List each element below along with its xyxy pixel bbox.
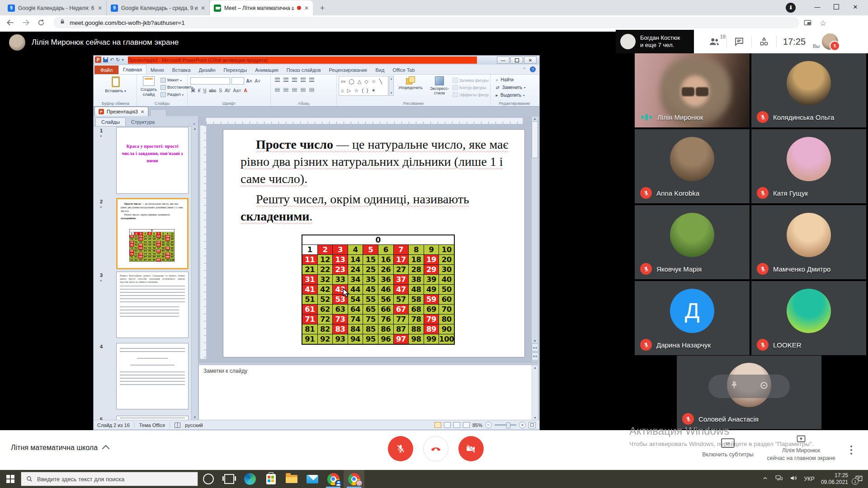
spellcheck-icon[interactable] [175, 422, 180, 428]
bold-icon[interactable]: Ж [190, 88, 196, 93]
zoom-in-button[interactable]: + [519, 422, 526, 428]
cortana-button[interactable] [198, 470, 219, 488]
indent-decrease-icon[interactable] [292, 78, 297, 82]
tab-close-icon[interactable]: ✕ [201, 5, 205, 11]
self-view[interactable]: Вы [813, 33, 838, 50]
chat-button[interactable] [727, 36, 751, 47]
tray-expand-icon[interactable] [762, 475, 769, 483]
arrange-button[interactable]: Упорядочить [396, 76, 425, 90]
url-field[interactable]: meet.google.com/bci-wofh-jkb?authuser=1 [53, 17, 799, 28]
ribbon-tab-главная[interactable]: Главная [118, 65, 146, 74]
grow-font-icon[interactable]: A˄ [245, 79, 253, 84]
browser-tab[interactable]: Meet – Літня математична ш✕ [210, 0, 313, 15]
quick-styles-button[interactable]: Экспресс-стили [425, 76, 453, 95]
font-name-select[interactable] [190, 77, 230, 84]
help-icon[interactable]: ? [530, 66, 536, 72]
participant-tile[interactable]: Лілія Миронюк [635, 53, 750, 127]
participant-tile[interactable]: Anna Korobka [635, 129, 750, 203]
shadow-icon[interactable]: S [218, 88, 223, 93]
paste-button[interactable]: Вставить ▾ [94, 76, 137, 94]
thumbnail[interactable]: Краса у простоті: прості числа і завданн… [116, 127, 189, 194]
zoom-slider-thumb[interactable] [506, 422, 510, 428]
fit-to-window-button[interactable] [528, 422, 536, 428]
tab-close-icon[interactable]: ✕ [304, 5, 309, 11]
ribbon-tab-переходы[interactable]: Переходы [220, 66, 251, 74]
ribbon-tab-рецензирование[interactable]: Рецензирование [325, 66, 372, 74]
indent-increase-icon[interactable] [301, 78, 306, 82]
thumbnail-selected[interactable]: Просте число — це натуральне число, яке … [116, 198, 189, 269]
ppt-title-bar[interactable]: P ↶ ↻ ▾ Презентація3 - Microsoft PowerPo… [94, 56, 539, 65]
participant-tile[interactable]: LOOKER [751, 281, 866, 355]
save-icon[interactable] [103, 57, 108, 62]
chrome-profile2-button[interactable] [344, 470, 364, 488]
tab-slides[interactable]: Слайды [95, 117, 126, 126]
ribbon-tab-file[interactable]: Файл [94, 66, 118, 74]
volume-icon[interactable] [789, 474, 797, 484]
collapse-panel-icon[interactable]: « [190, 122, 198, 126]
shapes-gallery[interactable]: ▭ ◯ △ ◇ ☆ ╲⌂ ▷ ☆ ( ) ✶ [339, 76, 388, 96]
media-controls-button[interactable]: ⬇ [786, 3, 796, 13]
columns-icon[interactable] [309, 88, 314, 92]
ribbon-tab-office-tab[interactable]: Office Tab [388, 66, 419, 74]
shapes-gallery-scrollbar[interactable]: ▲▼ [389, 76, 394, 96]
notes-pane[interactable]: Заметки к слайду ▲ ▼ [198, 365, 538, 421]
ppt-restore-button[interactable] [510, 56, 523, 64]
reload-button[interactable] [36, 18, 46, 28]
activities-button[interactable] [752, 36, 776, 47]
sorter-view-button[interactable] [444, 422, 451, 428]
change-case-icon[interactable]: Aa˅ [232, 88, 242, 93]
underline-icon[interactable]: Ч [203, 88, 207, 93]
edge-button[interactable] [240, 470, 260, 488]
notes-scrollbar[interactable]: ▲ ▼ [532, 365, 538, 420]
collapse-ribbon-icon[interactable]: ⌃ [523, 67, 526, 72]
numbering-icon[interactable] [283, 78, 288, 82]
window-close-button[interactable]: ✕ [846, 0, 864, 14]
taskbar-clock[interactable]: 17:25 09.06.2021 [821, 472, 848, 486]
spacing-icon[interactable]: AV [224, 88, 231, 93]
italic-icon[interactable]: К [197, 88, 201, 93]
align-center-icon[interactable] [283, 88, 288, 92]
align-right-icon[interactable] [292, 88, 297, 92]
meeting-name[interactable]: Літня математична школа [11, 444, 108, 452]
participant-tile[interactable]: Яковчук Марія [635, 205, 750, 279]
more-options-button[interactable] [846, 441, 856, 459]
ribbon-tab-дизайн[interactable]: Дизайн [195, 66, 220, 74]
tab-close-icon[interactable]: ✕ [98, 5, 102, 11]
layout-button[interactable]: Макет ▾ [160, 77, 187, 83]
thumbnail[interactable]: Решето Ератосфена, решето Сундарама та р… [116, 272, 189, 338]
chrome-profile1-button[interactable] [323, 470, 344, 488]
taskbar-search[interactable]: Введите здесь текст для поиска [21, 472, 198, 486]
start-button[interactable] [0, 470, 21, 488]
document-close-icon[interactable]: ✕ [141, 109, 144, 114]
powerpoint-icon[interactable]: P [95, 56, 101, 63]
remove-participant-icon[interactable] [760, 381, 769, 392]
captions-button[interactable]: cc Включить субтитры [698, 438, 757, 458]
ribbon-tab-показ-слайдов[interactable]: Показ слайдов [283, 66, 325, 74]
panel-scrollbar[interactable]: ▲ ▼ [191, 126, 198, 420]
file-explorer-button[interactable] [281, 470, 302, 488]
next-slide-button[interactable]: ▼▼ [532, 352, 538, 361]
undo-icon[interactable]: ↶ [110, 57, 114, 63]
camera-toggle-button[interactable] [458, 436, 484, 461]
participant-tile[interactable]: Колядинська Ольга [751, 53, 866, 127]
browser-tab[interactable]: 9Google Календарь - среда, 9 ию✕ [107, 0, 210, 15]
thumbnail[interactable] [116, 343, 189, 409]
qat-dropdown-icon[interactable]: ▾ [122, 58, 123, 62]
shape-effects-button[interactable]: Эффекты фигур [453, 92, 489, 98]
back-button[interactable] [5, 18, 15, 28]
hang-up-button[interactable] [423, 436, 448, 461]
ppt-minimize-button[interactable]: — [497, 56, 509, 64]
participant-tile[interactable]: Мамченко Дмитро [751, 205, 866, 279]
reset-button[interactable]: Восстановить [160, 84, 187, 90]
line-spacing-icon[interactable] [309, 78, 314, 82]
justify-icon[interactable] [301, 88, 306, 92]
select-button[interactable]: ▸Выделить ▾ [495, 92, 537, 99]
pin-icon[interactable] [730, 381, 739, 392]
picture-in-picture-icon[interactable] [803, 19, 812, 29]
normal-view-button[interactable] [434, 422, 441, 428]
slideshow-view-button[interactable] [463, 422, 470, 428]
font-color-icon[interactable]: А [243, 88, 248, 93]
shape-outline-button[interactable]: Контур фигуры [453, 84, 489, 90]
network-icon[interactable] [775, 474, 783, 484]
language-switcher[interactable]: УКР [804, 476, 815, 482]
